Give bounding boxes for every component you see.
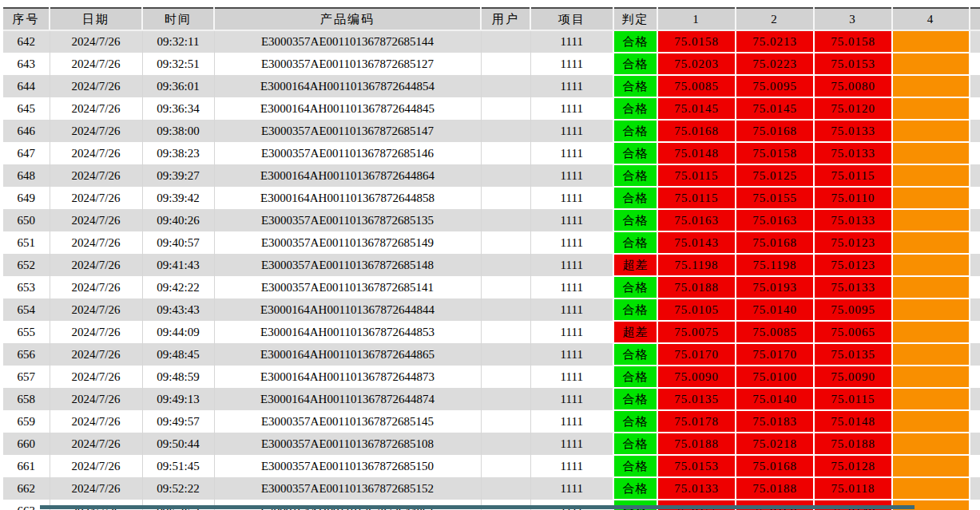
cell-product-code: E3000357AE001101367872685141 bbox=[214, 276, 481, 298]
cell-project: 1111 bbox=[530, 276, 613, 298]
cell-user bbox=[481, 142, 530, 164]
cell-measure-2: 75.0085 bbox=[736, 321, 814, 343]
cell-judgment: 合格 bbox=[613, 455, 657, 477]
cell-measure-3: 75.0115 bbox=[814, 164, 892, 187]
cell-serial: 651 bbox=[3, 231, 50, 254]
cell-extra bbox=[970, 254, 980, 276]
table-row[interactable]: 650 2024/7/26 09:40:26 E3000357AE0011013… bbox=[3, 209, 980, 231]
cell-serial: 661 bbox=[3, 455, 50, 477]
cell-measure-1: 75.0090 bbox=[657, 366, 736, 388]
cell-time: 09:39:42 bbox=[142, 187, 214, 209]
cell-measure-4 bbox=[892, 53, 970, 75]
cell-time: 09:39:27 bbox=[142, 164, 214, 187]
table-row[interactable]: 643 2024/7/26 09:32:51 E3000357AE0011013… bbox=[3, 53, 980, 75]
table-row[interactable]: 644 2024/7/26 09:36:01 E3000164AH0011013… bbox=[3, 75, 980, 97]
cell-date: 2024/7/26 bbox=[50, 343, 142, 366]
cell-judgment: 合格 bbox=[613, 477, 657, 500]
cell-project: 1111 bbox=[530, 187, 613, 209]
cell-measure-1: 75.0085 bbox=[657, 75, 736, 97]
cell-serial: 642 bbox=[3, 30, 50, 53]
table-row[interactable]: 645 2024/7/26 09:36:34 E3000164AH0011013… bbox=[3, 97, 980, 120]
cell-product-code: E3000357AE001101367872685144 bbox=[214, 30, 481, 53]
cell-measure-2: 75.0168 bbox=[736, 455, 814, 477]
table-row[interactable]: 657 2024/7/26 09:48:59 E3000164AH0011013… bbox=[3, 366, 980, 388]
table-row[interactable]: 655 2024/7/26 09:44:09 E3000164AH0011013… bbox=[3, 321, 980, 343]
cell-measure-3: 75.0110 bbox=[814, 187, 892, 209]
cell-project: 1111 bbox=[530, 298, 613, 321]
cell-date: 2024/7/26 bbox=[50, 298, 142, 321]
table-row[interactable]: 648 2024/7/26 09:39:27 E3000164AH0011013… bbox=[3, 164, 980, 187]
bottom-edge-bar bbox=[40, 505, 915, 509]
cell-date: 2024/7/26 bbox=[50, 120, 142, 142]
cell-judgment: 合格 bbox=[613, 53, 657, 75]
cell-product-code: E3000164AH001101367872644858 bbox=[214, 187, 481, 209]
cell-user bbox=[481, 97, 530, 120]
header-serial: 序号 bbox=[3, 8, 50, 30]
cell-time: 09:38:00 bbox=[142, 120, 214, 142]
cell-extra bbox=[970, 321, 980, 343]
cell-serial: 655 bbox=[3, 321, 50, 343]
table-row[interactable]: 653 2024/7/26 09:42:22 E3000357AE0011013… bbox=[3, 276, 980, 298]
cell-serial: 644 bbox=[3, 75, 50, 97]
table-row[interactable]: 656 2024/7/26 09:48:45 E3000164AH0011013… bbox=[3, 343, 980, 366]
table-row[interactable]: 651 2024/7/26 09:40:57 E3000357AE0011013… bbox=[3, 231, 980, 254]
table-row[interactable]: 661 2024/7/26 09:51:45 E3000357AE0011013… bbox=[3, 455, 980, 477]
table-row[interactable]: 660 2024/7/26 09:50:44 E3000357AE0011013… bbox=[3, 433, 980, 455]
cell-measure-4 bbox=[892, 321, 970, 343]
cell-project: 1111 bbox=[530, 321, 613, 343]
table-row[interactable]: 652 2024/7/26 09:41:43 E3000357AE0011013… bbox=[3, 254, 980, 276]
cell-measure-1: 75.0188 bbox=[657, 276, 736, 298]
cell-judgment: 合格 bbox=[613, 209, 657, 231]
cell-measure-3: 75.0118 bbox=[814, 477, 892, 500]
cell-date: 2024/7/26 bbox=[50, 410, 142, 433]
table-row[interactable]: 646 2024/7/26 09:38:00 E3000357AE0011013… bbox=[3, 120, 980, 142]
cell-extra bbox=[970, 410, 980, 433]
cell-user bbox=[481, 366, 530, 388]
cell-measure-3: 75.0188 bbox=[814, 433, 892, 455]
cell-extra bbox=[970, 298, 980, 321]
cell-measure-2: 75.0168 bbox=[736, 231, 814, 254]
table-row[interactable]: 647 2024/7/26 09:38:23 E3000357AE0011013… bbox=[3, 142, 980, 164]
cell-extra bbox=[970, 276, 980, 298]
cell-date: 2024/7/26 bbox=[50, 388, 142, 410]
cell-measure-2: 75.0188 bbox=[736, 477, 814, 500]
table-row[interactable]: 662 2024/7/26 09:52:22 E3000357AE0011013… bbox=[3, 477, 980, 500]
cell-measure-4 bbox=[892, 276, 970, 298]
table-row[interactable]: 649 2024/7/26 09:39:42 E3000164AH0011013… bbox=[3, 187, 980, 209]
cell-judgment: 合格 bbox=[613, 231, 657, 254]
table-row[interactable]: 654 2024/7/26 09:43:43 E3000164AH0011013… bbox=[3, 298, 980, 321]
cell-measure-2: 75.0155 bbox=[736, 187, 814, 209]
cell-extra bbox=[970, 455, 980, 477]
cell-time: 09:40:57 bbox=[142, 231, 214, 254]
cell-measure-3: 75.0158 bbox=[814, 30, 892, 53]
table-row[interactable]: 642 2024/7/26 09:32:11 E3000357AE0011013… bbox=[3, 30, 980, 53]
cell-time: 09:48:45 bbox=[142, 343, 214, 366]
cell-measure-2: 75.0183 bbox=[736, 410, 814, 433]
table-row[interactable]: 659 2024/7/26 09:49:57 E3000357AE0011013… bbox=[3, 410, 980, 433]
cell-time: 09:49:13 bbox=[142, 388, 214, 410]
cell-time: 09:36:34 bbox=[142, 97, 214, 120]
table-row[interactable]: 658 2024/7/26 09:49:13 E3000164AH0011013… bbox=[3, 388, 980, 410]
cell-date: 2024/7/26 bbox=[50, 142, 142, 164]
cell-product-code: E3000164AH001101367872644845 bbox=[214, 97, 481, 120]
cell-measure-2: 75.0140 bbox=[736, 298, 814, 321]
cell-measure-4 bbox=[892, 254, 970, 276]
cell-user bbox=[481, 276, 530, 298]
cell-user bbox=[481, 120, 530, 142]
cell-judgment: 合格 bbox=[613, 433, 657, 455]
cell-serial: 660 bbox=[3, 433, 50, 455]
cell-measure-1: 75.0163 bbox=[657, 209, 736, 231]
cell-time: 09:42:22 bbox=[142, 276, 214, 298]
cell-time: 09:52:22 bbox=[142, 477, 214, 500]
cell-time: 09:36:01 bbox=[142, 75, 214, 97]
cell-project: 1111 bbox=[530, 477, 613, 500]
cell-extra bbox=[970, 97, 980, 120]
cell-project: 1111 bbox=[530, 209, 613, 231]
header-measure-3: 3 bbox=[814, 8, 892, 30]
cell-project: 1111 bbox=[530, 388, 613, 410]
cell-user bbox=[481, 455, 530, 477]
cell-product-code: E3000164AH001101367872644853 bbox=[214, 321, 481, 343]
cell-measure-4 bbox=[892, 455, 970, 477]
cell-serial: 656 bbox=[3, 343, 50, 366]
cell-user bbox=[481, 388, 530, 410]
